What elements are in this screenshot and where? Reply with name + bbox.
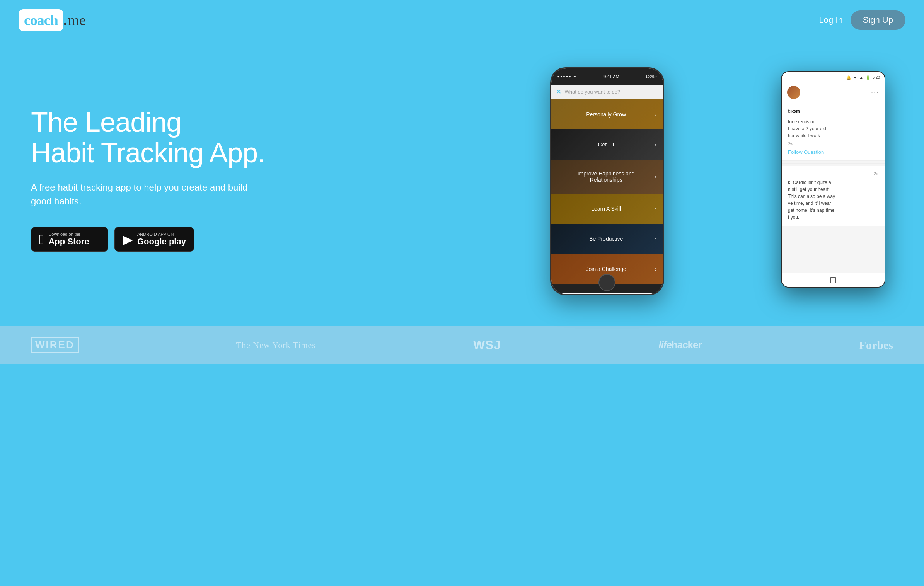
- press-lifehacker: lifehacker: [658, 339, 701, 351]
- googleplay-text: ANDROID APP ON Google play: [137, 232, 186, 247]
- press-lifehacker-life: life: [658, 339, 672, 351]
- phone-menu-productive[interactable]: Be Productive ›: [551, 224, 663, 254]
- iphone-search-bar[interactable]: ✕ What do you want to do?: [551, 85, 663, 99]
- apple-icon: : [39, 233, 44, 246]
- hero-content: The LeadingHabit Tracking App. A free ha…: [31, 99, 302, 252]
- android-battery-icon: 🔋: [866, 75, 870, 80]
- press-wired: WIRED: [31, 337, 79, 353]
- android-nav-bar: [782, 273, 885, 287]
- nav: Log In Sign Up: [819, 10, 905, 30]
- phone-iphone-screen: ●●●●● ✦ 9:41 AM 100% ▪ ✕ What do you wan…: [551, 68, 663, 294]
- header: coach . me Log In Sign Up: [0, 0, 924, 40]
- phone-android-screen: 🔔 ▼ ▲ 🔋 5:20 ··· tion for exercisingI ha…: [782, 72, 885, 287]
- iphone-search-close-icon[interactable]: ✕: [556, 88, 561, 95]
- android-timestamp: 2w: [788, 141, 878, 146]
- phone-menu-label-2: Get Fit: [557, 141, 655, 148]
- phone-android: 🔔 ▼ ▲ 🔋 5:20 ··· tion for exercisingI ha…: [781, 71, 885, 288]
- googleplay-button[interactable]: ▶ ANDROID APP ON Google play: [114, 227, 194, 252]
- login-button[interactable]: Log In: [819, 15, 843, 25]
- android-more-icon: ···: [871, 88, 879, 96]
- android-home-icon: [830, 277, 836, 283]
- hero-subtitle: A free habit tracking app to help you cr…: [31, 181, 255, 208]
- appstore-text: Download on the App Store: [48, 232, 89, 247]
- android-signal-icon: ▲: [859, 75, 863, 80]
- hero-title: The LeadingHabit Tracking App.: [31, 107, 302, 168]
- android-bell-icon: 🔔: [846, 75, 851, 80]
- phone-menu-happiness[interactable]: Improve Happiness andRelationships ›: [551, 160, 663, 194]
- logo-me-text: me: [68, 12, 85, 29]
- phone-menu-chevron-3: ›: [655, 174, 657, 180]
- phone-menu-chevron-6: ›: [655, 266, 657, 272]
- phones-container: 🔔 ▼ ▲ 🔋 5:20 ··· tion for exercisingI ha…: [302, 56, 901, 295]
- phone-menu-learn-skill[interactable]: Learn A Skill ›: [551, 194, 663, 224]
- logo-badge: coach: [19, 9, 63, 31]
- signup-button[interactable]: Sign Up: [851, 10, 905, 30]
- android-wifi-icon: ▼: [853, 75, 857, 80]
- press-forbes: Forbes: [859, 339, 893, 352]
- phone-menu-label-5: Be Productive: [557, 236, 655, 242]
- iphone-status-bar: ●●●●● ✦ 9:41 AM 100% ▪: [551, 68, 663, 85]
- phone-menu-personally-grow[interactable]: Personally Grow ›: [551, 99, 663, 129]
- android-avatar: [787, 86, 800, 99]
- googleplay-small-text: ANDROID APP ON: [137, 232, 186, 237]
- android-divider: [782, 163, 885, 164]
- logo: coach . me: [19, 9, 86, 31]
- press-wsj: WSJ: [473, 338, 501, 352]
- googleplay-large-text: Google play: [137, 237, 186, 247]
- android-question: tion for exercisingI have a 2 year oldhe…: [782, 102, 885, 161]
- app-buttons:  Download on the App Store ▶ ANDROID AP…: [31, 227, 302, 252]
- android-follow-button[interactable]: Follow Question: [788, 149, 878, 155]
- hero-section: The LeadingHabit Tracking App. A free ha…: [0, 40, 924, 326]
- phone-menu-chevron-4: ›: [655, 206, 657, 212]
- iphone-search-placeholder: What do you want to do?: [565, 89, 621, 95]
- phone-menu-label-6: Join a Challenge: [557, 266, 655, 272]
- iphone-battery: 100% ▪: [646, 75, 657, 78]
- iphone-home-button[interactable]: [598, 274, 615, 291]
- android-time: 5:20: [873, 75, 880, 80]
- android-answer-text: k. Cardio isn't quite an still get your …: [788, 179, 878, 221]
- phone-menu-get-fit[interactable]: Get Fit ›: [551, 129, 663, 160]
- appstore-large-text: App Store: [48, 237, 89, 247]
- android-header: ···: [782, 83, 885, 102]
- phone-menu-chevron-2: ›: [655, 141, 657, 148]
- logo-coach-text: coach: [24, 12, 58, 29]
- logo-dot-text: .: [63, 12, 67, 29]
- iphone-time: 9:41 AM: [603, 74, 619, 79]
- android-question-text: for exercisingI have a 2 year oldher whi…: [788, 118, 878, 139]
- appstore-button[interactable]:  Download on the App Store: [31, 227, 108, 252]
- press-nyt: The New York Times: [236, 340, 316, 350]
- phone-menu-label-3: Improve Happiness andRelationships: [557, 170, 655, 183]
- android-question-title: tion: [788, 107, 878, 115]
- android-answer: 2d k. Cardio isn't quite an still get yo…: [782, 166, 885, 226]
- phone-menu-label-4: Learn A Skill: [557, 206, 655, 212]
- press-bar: WIRED The New York Times WSJ lifehacker …: [0, 326, 924, 364]
- phone-menu-label-1: Personally Grow: [557, 111, 655, 118]
- android-status-bar: 🔔 ▼ ▲ 🔋 5:20: [782, 72, 885, 83]
- press-lifehacker-hacker: hacker: [672, 339, 702, 351]
- phone-menu-chevron-1: ›: [655, 111, 657, 118]
- appstore-small-text: Download on the: [48, 232, 89, 237]
- iphone-signal: ●●●●● ✦: [557, 75, 578, 78]
- phone-menu-chevron-5: ›: [655, 236, 657, 242]
- android-answer-time: 2d: [788, 171, 878, 176]
- phone-iphone: ●●●●● ✦ 9:41 AM 100% ▪ ✕ What do you wan…: [550, 67, 664, 295]
- android-icon: ▶: [123, 233, 133, 246]
